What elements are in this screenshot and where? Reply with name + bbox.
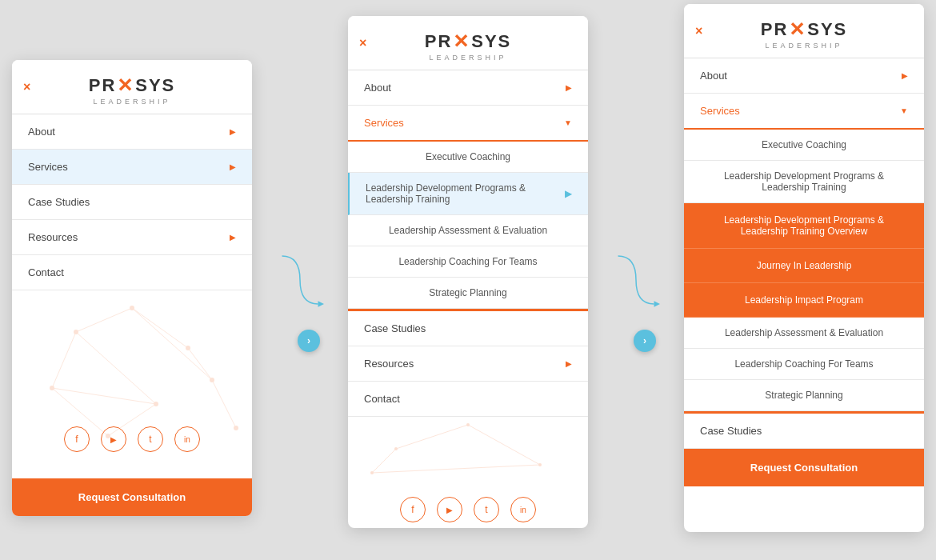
phone-3-nav: About ▶ Services ▼ Executive Coaching Le…: [684, 58, 924, 449]
logo-x: ✕: [117, 74, 134, 97]
service3-overview[interactable]: Leadership Development Programs & Leader…: [684, 203, 924, 249]
logo-2: PR✕SYS LEADERSHIP: [425, 30, 512, 62]
close-icon-2[interactable]: ×: [359, 36, 366, 50]
next-arrow-1[interactable]: ›: [298, 330, 320, 352]
logo-text-2: PR✕SYS: [425, 30, 512, 53]
arrow-icon: ▶: [565, 188, 572, 199]
phone-2-nav: About ▶ Services ▼ Executive Coaching Le…: [348, 70, 588, 417]
nav-resources[interactable]: Resources ▶: [12, 220, 252, 255]
service3-strategic[interactable]: Strategic Planning: [684, 380, 924, 411]
linkedin-icon-2[interactable]: in: [510, 497, 536, 522]
logo-x-3: ✕: [789, 18, 806, 41]
arrow-down-icon: ▼: [564, 118, 572, 127]
cta-button-3[interactable]: Request Consultation: [684, 449, 924, 486]
close-icon[interactable]: ×: [23, 80, 30, 94]
logo-text-3: PR✕SYS: [761, 18, 848, 41]
phone-2: × PR✕SYS LEADERSHIP About ▶ Services ▼ E…: [348, 16, 588, 528]
arrow-down-icon-3: ▼: [900, 106, 908, 115]
logo-sub-3: LEADERSHIP: [765, 42, 842, 50]
svg-marker-27: [654, 301, 661, 307]
bg-pattern-2: [348, 417, 588, 481]
phone-2-header: × PR✕SYS LEADERSHIP: [348, 16, 588, 70]
cta-button[interactable]: Request Consultation: [12, 478, 252, 516]
close-icon-3[interactable]: ×: [695, 24, 702, 38]
logo-sub-2: LEADERSHIP: [429, 54, 506, 62]
nav-about[interactable]: About ▶: [12, 114, 252, 150]
arrow-icon: ▶: [230, 162, 236, 171]
facebook-icon[interactable]: f: [64, 426, 90, 452]
svg-line-12: [188, 348, 212, 380]
svg-line-26: [372, 465, 540, 473]
nav-contact[interactable]: Contact: [12, 255, 252, 290]
orange-block: Leadership Development Programs & Leader…: [684, 203, 924, 318]
phone-1: × PR✕SYS LEADERSHIP About ▶ Services ▶ C…: [12, 60, 252, 516]
arrow-icon: ▶: [902, 71, 908, 80]
logo-x-2: ✕: [453, 30, 470, 53]
service3-executive[interactable]: Executive Coaching: [684, 130, 924, 161]
service3-assessment[interactable]: Leadership Assessment & Evaluation: [684, 318, 924, 349]
svg-line-10: [52, 332, 76, 388]
linkedin-icon[interactable]: in: [174, 426, 200, 452]
service-coaching-teams[interactable]: Leadership Coaching For Teams: [348, 246, 588, 278]
facebook-icon-2[interactable]: f: [400, 497, 426, 522]
svg-line-16: [132, 308, 212, 380]
phone-1-header: × PR✕SYS LEADERSHIP: [12, 60, 252, 114]
phone-3: × PR✕SYS LEADERSHIP About ▶ Services ▼ E…: [684, 4, 924, 532]
nav-resources-2[interactable]: Resources ▶: [348, 346, 588, 382]
nav-services[interactable]: Services ▶: [12, 150, 252, 185]
nav-case-studies[interactable]: Case Studies: [12, 185, 252, 220]
arrow-icon: ▶: [230, 233, 236, 242]
youtube-icon-2[interactable]: ▶: [437, 497, 462, 522]
connector-2: ›: [612, 200, 660, 360]
social-icons-2: f ▶ t in: [348, 481, 588, 528]
connector-1: ›: [276, 200, 324, 360]
svg-line-15: [76, 332, 156, 404]
svg-line-25: [372, 449, 396, 473]
svg-line-24: [468, 425, 540, 465]
nav-case-studies-2[interactable]: Case Studies: [348, 311, 588, 346]
svg-line-9: [132, 308, 188, 348]
service-leadership-dev[interactable]: Leadership Development Programs & Leader…: [348, 173, 588, 215]
youtube-icon[interactable]: ▶: [101, 426, 126, 452]
social-icons: f ▶ t in: [12, 410, 252, 468]
service3-coaching-teams[interactable]: Leadership Coaching For Teams: [684, 349, 924, 380]
logo-text: PR✕SYS: [89, 74, 176, 97]
scene: × PR✕SYS LEADERSHIP About ▶ Services ▶ C…: [0, 0, 936, 560]
twitter-icon[interactable]: t: [138, 426, 163, 452]
nav-about-3[interactable]: About ▶: [684, 58, 924, 94]
service-executive-coaching[interactable]: Executive Coaching: [348, 142, 588, 173]
svg-line-23: [396, 425, 468, 449]
phone-3-header: × PR✕SYS LEADERSHIP: [684, 4, 924, 58]
service3-impact[interactable]: Leadership Impact Program: [684, 283, 924, 318]
svg-marker-18: [318, 301, 325, 307]
arrow-icon: ▶: [566, 83, 572, 92]
nav-about-2[interactable]: About ▶: [348, 70, 588, 106]
phone-1-nav: About ▶ Services ▶ Case Studies Resource…: [12, 114, 252, 290]
service-strategic[interactable]: Strategic Planning: [348, 278, 588, 309]
service3-leadership-dev[interactable]: Leadership Development Programs & Leader…: [684, 161, 924, 203]
nav-contact-2[interactable]: Contact: [348, 382, 588, 417]
logo: PR✕SYS LEADERSHIP: [89, 74, 176, 106]
service-assessment[interactable]: Leadership Assessment & Evaluation: [348, 215, 588, 246]
service3-journey[interactable]: Journey In Leadership: [684, 249, 924, 283]
logo-sub: LEADERSHIP: [93, 98, 170, 106]
arrow-icon: ▶: [566, 359, 572, 368]
nav-services-2[interactable]: Services ▼: [348, 106, 588, 142]
twitter-icon-2[interactable]: t: [474, 497, 499, 522]
svg-line-8: [76, 308, 132, 332]
nav-case-studies-3[interactable]: Case Studies: [684, 414, 924, 449]
next-arrow-2[interactable]: ›: [634, 330, 656, 352]
nav-services-3[interactable]: Services ▼: [684, 94, 924, 130]
logo-3: PR✕SYS LEADERSHIP: [761, 18, 848, 50]
arrow-icon: ▶: [230, 127, 236, 136]
